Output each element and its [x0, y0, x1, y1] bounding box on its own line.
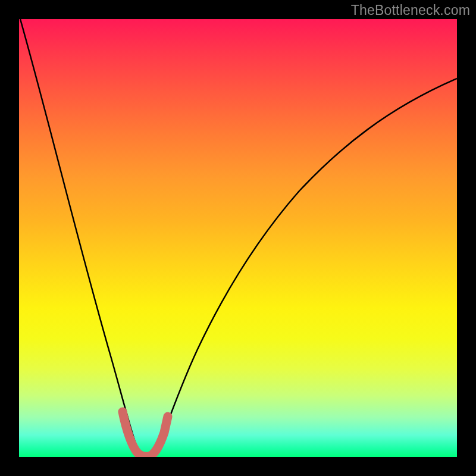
outer-frame: TheBottleneck.com: [0, 0, 476, 476]
bottleneck-curve-line: [20, 19, 457, 456]
watermark-text: TheBottleneck.com: [351, 2, 470, 18]
highlight-band-line: [123, 412, 168, 456]
bottleneck-chart: [19, 19, 457, 457]
